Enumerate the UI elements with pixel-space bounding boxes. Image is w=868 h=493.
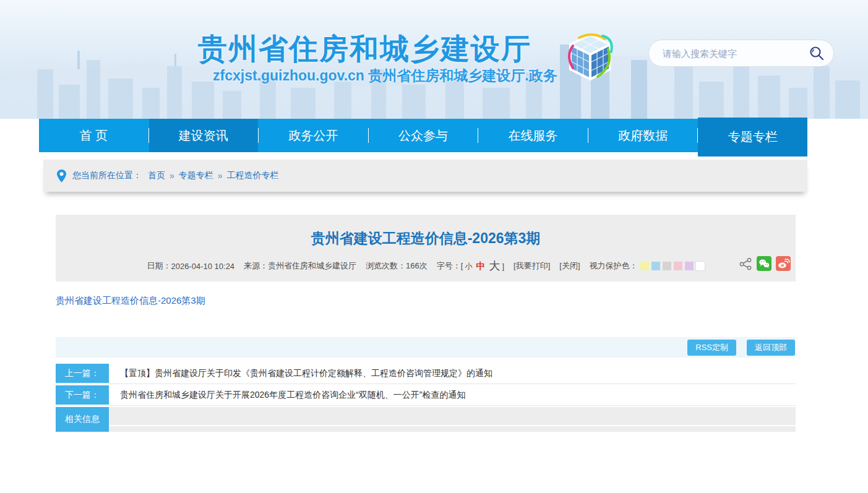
- main-nav: 首 页 建设资讯 政务公开 公众参与 在线服务 政府数据 专题专栏: [39, 119, 807, 152]
- eyecare-swatch-pink[interactable]: [674, 262, 682, 270]
- site-logo-cube-icon: [564, 30, 616, 87]
- site-title[interactable]: 贵州省住房和城乡建设厅: [198, 30, 531, 69]
- back-to-top-button[interactable]: 返回顶部: [747, 340, 795, 356]
- breadcrumb-separator: »: [218, 171, 223, 181]
- meta-views-value: 166次: [406, 260, 428, 272]
- nav-item-special-columns[interactable]: 专题专栏: [698, 118, 807, 156]
- search-icon: [809, 45, 825, 61]
- nav-item-label: 专题专栏: [728, 129, 778, 145]
- nav-item-label: 首 页: [80, 127, 108, 144]
- weibo-share-icon[interactable]: [776, 256, 791, 271]
- meta-views-label: 浏览次数：: [366, 260, 406, 272]
- prev-article-row: 上一篇： 【置顶】贵州省建设厅关于印发《贵州省建设工程计价定额解释、工程造价咨询…: [56, 364, 796, 384]
- nav-item-label: 在线服务: [509, 127, 558, 144]
- next-article-row: 下一篇： 贵州省住房和城乡建设厅关于开展2026年度工程造价咨询企业“双随机、一…: [56, 385, 796, 406]
- close-button[interactable]: [关闭]: [559, 260, 580, 272]
- breadcrumb-item-cost-column[interactable]: 工程造价专栏: [227, 170, 279, 181]
- search-input[interactable]: [649, 48, 809, 59]
- site-subtitle: zfcxjst.guizhou.gov.cn 贵州省住房和城乡建设厅.政务: [213, 66, 557, 85]
- eyecare-swatch-blue[interactable]: [651, 262, 660, 270]
- nav-item-label: 政务公开: [288, 127, 338, 144]
- article-meta: 日期：2026-04-10 10:24 来源：贵州省住房和城乡建设厅 浏览次数：…: [56, 259, 796, 273]
- article-title: 贵州省建设工程造价信息-2026第3期: [56, 215, 796, 248]
- site-header: 贵州省住房和城乡建设厅 zfcxjst.guizhou.gov.cn 贵州省住房…: [0, 0, 868, 119]
- meta-source-label: 来源：: [244, 260, 268, 272]
- eyecare-swatches: [640, 262, 705, 270]
- eyecare-label: 视力保护色：: [590, 260, 638, 272]
- breadcrumb-item-home[interactable]: 首页: [148, 170, 165, 181]
- meta-date-value: 2026-04-10 10:24: [171, 262, 234, 271]
- search-box: [648, 40, 834, 67]
- eyecare: 视力保护色：: [590, 260, 705, 272]
- nav-item-label: 建设资讯: [179, 127, 228, 144]
- meta-fontsize: 字号：[ 小 中 大 ]: [437, 259, 504, 273]
- eyecare-swatch-purple[interactable]: [685, 262, 694, 270]
- article-body-link[interactable]: 贵州省建设工程造价信息-2026第3期: [56, 295, 205, 307]
- related-info-row: 相关信息: [56, 407, 796, 432]
- related-info-label: 相关信息: [56, 407, 109, 432]
- share-icon[interactable]: [739, 257, 752, 270]
- nav-item-public-participation[interactable]: 公众参与: [369, 119, 478, 152]
- nav-item-construction-news[interactable]: 建设资讯: [149, 119, 259, 152]
- breadcrumb-prefix: 您当前所在位置：: [72, 170, 142, 181]
- breadcrumb-separator: »: [170, 171, 174, 181]
- page: 贵州省住房和城乡建设厅 zfcxjst.guizhou.gov.cn 贵州省住房…: [0, 0, 868, 493]
- nav-item-gov-data[interactable]: 政府数据: [588, 119, 698, 152]
- wechat-share-icon[interactable]: [757, 256, 771, 271]
- rss-button[interactable]: RSS定制: [687, 340, 736, 356]
- tools-bar: RSS定制 返回顶部: [56, 337, 796, 358]
- meta-fontsize-end: ]: [502, 262, 504, 271]
- related-info-content: [109, 407, 796, 432]
- search-button[interactable]: [809, 45, 833, 61]
- prev-article-label: 上一篇：: [56, 364, 109, 383]
- share-icons: [739, 256, 791, 271]
- eyecare-swatch-grey[interactable]: [663, 262, 671, 270]
- meta-date: 日期：2026-04-10 10:24: [147, 260, 234, 272]
- nav-item-label: 公众参与: [398, 127, 448, 144]
- eyecare-swatch-yellow[interactable]: [640, 262, 649, 270]
- fontsize-medium-button[interactable]: 中: [476, 260, 485, 272]
- print-button[interactable]: [我要打印]: [513, 260, 550, 272]
- eyecare-swatch-white[interactable]: [696, 262, 705, 270]
- nav-item-label: 政府数据: [618, 127, 668, 144]
- next-article-link[interactable]: 贵州省住房和城乡建设厅关于开展2026年度工程造价咨询企业“双随机、一公开”检查…: [120, 385, 465, 405]
- fontsize-small-button[interactable]: 小: [465, 261, 472, 272]
- breadcrumb: 您当前所在位置： 首页 » 专题专栏 » 工程造价专栏: [43, 160, 807, 192]
- nav-item-gov-disclosure[interactable]: 政务公开: [259, 119, 368, 152]
- fontsize-large-button[interactable]: 大: [489, 259, 500, 273]
- nav-item-online-services[interactable]: 在线服务: [478, 119, 588, 152]
- nav-item-home[interactable]: 首 页: [39, 119, 148, 152]
- prev-article-link[interactable]: 【置顶】贵州省建设厅关于印发《贵州省建设工程计价定额解释、工程造价咨询管理规定》…: [120, 364, 492, 383]
- article-header-panel: 贵州省建设工程造价信息-2026第3期 日期：2026-04-10 10:24 …: [56, 215, 796, 281]
- breadcrumb-item-special-columns[interactable]: 专题专栏: [179, 170, 213, 181]
- meta-date-label: 日期：: [147, 260, 171, 272]
- meta-source: 来源：贵州省住房和城乡建设厅: [244, 260, 356, 272]
- location-pin-icon: [57, 169, 66, 182]
- next-article-label: 下一篇：: [56, 385, 109, 405]
- meta-source-value: 贵州省住房和城乡建设厅: [268, 260, 356, 272]
- meta-views: 浏览次数：166次: [366, 260, 428, 272]
- meta-fontsize-label: 字号：[: [437, 260, 463, 272]
